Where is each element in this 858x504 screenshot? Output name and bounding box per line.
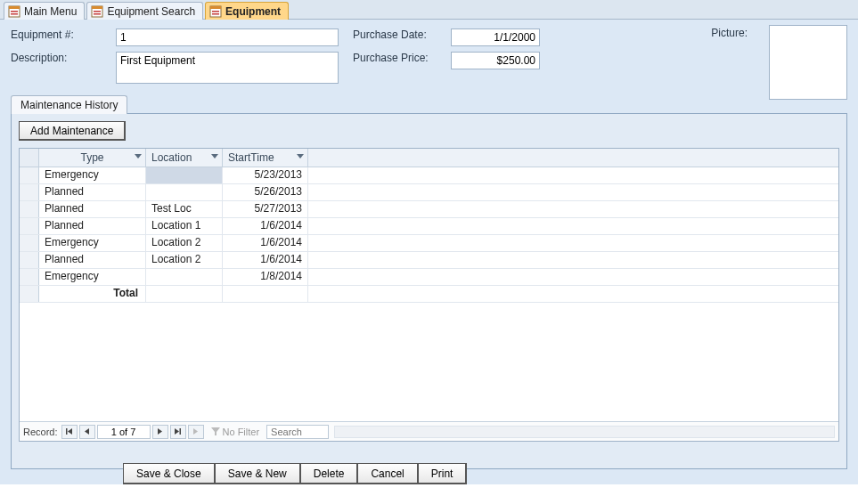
print-button[interactable]: Print: [418, 463, 468, 484]
cell-type[interactable]: Emergency: [39, 167, 146, 183]
add-maintenance-button[interactable]: Add Maintenance: [19, 121, 126, 141]
recnav-new-button[interactable]: [188, 425, 204, 439]
recnav-position[interactable]: [97, 425, 151, 439]
cell-type[interactable]: Planned: [39, 201, 146, 217]
row-selector[interactable]: [20, 201, 39, 217]
cell-total-location: [146, 286, 223, 302]
svg-rect-5: [92, 6, 102, 9]
label-picture: Picture:: [711, 27, 748, 39]
svg-marker-16: [175, 428, 179, 435]
grid-header: Type Location StartTime: [20, 149, 838, 167]
cell-location[interactable]: Location 1: [146, 218, 223, 234]
cell-starttime[interactable]: 1/6/2014: [223, 218, 308, 234]
subtab-control: Maintenance History Add Maintenance Type…: [11, 94, 847, 469]
maintenance-history-panel: Add Maintenance Type Location StartTime …: [11, 113, 847, 469]
svg-rect-1: [9, 6, 20, 9]
form-icon: [91, 5, 103, 18]
input-purchase-date[interactable]: [451, 28, 540, 46]
recnav-search-input[interactable]: [266, 425, 329, 439]
cell-starttime[interactable]: 1/6/2014: [223, 252, 308, 268]
chevron-down-icon: [211, 154, 218, 159]
table-row[interactable]: PlannedLocation 11/6/2014: [20, 218, 838, 235]
table-row[interactable]: PlannedLocation 21/6/2014: [20, 252, 838, 269]
svg-marker-13: [68, 428, 72, 435]
recnav-last-button[interactable]: [170, 425, 186, 439]
cell-location[interactable]: [146, 269, 223, 285]
label-purchase-date: Purchase Date:: [353, 28, 451, 41]
cell-starttime[interactable]: 5/26/2013: [223, 184, 308, 200]
maintenance-grid: Type Location StartTime Emergency5/23/20…: [19, 148, 839, 442]
svg-rect-3: [11, 13, 18, 15]
row-selector[interactable]: [20, 252, 39, 268]
tab-main-menu[interactable]: Main Menu: [4, 2, 85, 20]
cancel-button[interactable]: Cancel: [357, 463, 418, 484]
input-description[interactable]: [116, 52, 339, 84]
label-description: Description:: [11, 52, 116, 64]
row-selector[interactable]: [20, 184, 39, 200]
input-equipment-number[interactable]: [116, 28, 339, 46]
cell-location[interactable]: Location 2: [146, 235, 223, 251]
cell-starttime[interactable]: 5/27/2013: [223, 201, 308, 217]
column-type[interactable]: Type: [39, 149, 146, 167]
row-selector: [20, 286, 39, 302]
column-location[interactable]: Location: [146, 149, 223, 167]
subtab-maintenance-history[interactable]: Maintenance History: [11, 95, 127, 114]
label-equipment-number: Equipment #:: [11, 28, 116, 41]
row-selector[interactable]: [20, 269, 39, 285]
grid-body: Emergency5/23/2013Planned5/26/2013Planne…: [20, 167, 838, 303]
row-selector[interactable]: [20, 218, 39, 234]
cell-type[interactable]: Planned: [39, 252, 146, 268]
cell-type[interactable]: Planned: [39, 184, 146, 200]
grid-select-all[interactable]: [20, 149, 39, 167]
recnav-hscroll[interactable]: [334, 426, 835, 438]
cell-total-starttime: [223, 286, 308, 302]
column-starttime[interactable]: StartTime: [223, 149, 308, 167]
input-purchase-price[interactable]: [451, 52, 540, 69]
form-command-bar: Save & Close Save & New Delete Cancel Pr…: [123, 463, 466, 484]
row-selector[interactable]: [20, 235, 39, 251]
cell-location[interactable]: Location 2: [146, 252, 223, 268]
cell-type[interactable]: Emergency: [39, 235, 146, 251]
recnav-prev-button[interactable]: [79, 425, 95, 439]
table-row[interactable]: PlannedTest Loc5/27/2013: [20, 201, 838, 218]
cell-starttime[interactable]: 1/8/2014: [223, 269, 308, 285]
cell-location[interactable]: Test Loc: [146, 201, 223, 217]
save-close-button[interactable]: Save & Close: [123, 463, 216, 484]
recnav-first-button[interactable]: [61, 425, 78, 439]
recnav-no-filter: No Filter: [211, 427, 260, 437]
svg-rect-7: [94, 13, 101, 15]
cell-starttime[interactable]: 1/6/2014: [223, 235, 308, 251]
table-row[interactable]: Planned5/26/2013: [20, 184, 838, 201]
cell-location[interactable]: [146, 184, 223, 200]
document-tabstrip: Main Menu Equipment Search Equipment: [0, 0, 858, 20]
tab-equipment[interactable]: Equipment: [205, 2, 289, 20]
recnav-label: Record:: [23, 427, 58, 437]
delete-button[interactable]: Delete: [300, 463, 359, 484]
tab-label: Equipment: [225, 5, 281, 18]
subtab-label: Maintenance History: [20, 99, 118, 111]
form-icon: [209, 5, 222, 18]
table-row[interactable]: EmergencyLocation 21/6/2014: [20, 235, 838, 252]
svg-rect-9: [210, 6, 221, 9]
recnav-next-button[interactable]: [152, 425, 168, 439]
svg-rect-6: [94, 11, 101, 12]
row-selector[interactable]: [20, 167, 39, 183]
svg-rect-10: [212, 11, 219, 12]
cell-starttime[interactable]: 5/23/2013: [223, 167, 308, 183]
form-icon: [8, 5, 20, 18]
svg-rect-11: [212, 13, 219, 15]
save-new-button[interactable]: Save & New: [215, 463, 301, 484]
label-purchase-price: Purchase Price:: [353, 52, 451, 64]
table-row[interactable]: Emergency1/8/2014: [20, 269, 838, 286]
chevron-down-icon: [297, 154, 304, 159]
cell-type[interactable]: Emergency: [39, 269, 146, 285]
chevron-down-icon: [135, 154, 142, 159]
svg-marker-15: [158, 428, 162, 435]
table-row[interactable]: Emergency5/23/2013: [20, 167, 838, 184]
cell-total-label: Total: [39, 286, 146, 302]
tab-equipment-search[interactable]: Equipment Search: [86, 2, 203, 20]
picture-box[interactable]: [769, 25, 847, 100]
cell-type[interactable]: Planned: [39, 218, 146, 234]
cell-location[interactable]: [146, 167, 223, 183]
svg-rect-17: [180, 428, 182, 435]
